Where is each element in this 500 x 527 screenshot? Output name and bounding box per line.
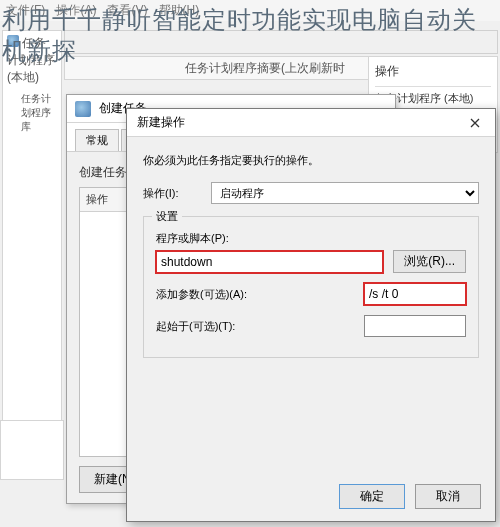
- program-label: 程序或脚本(P):: [156, 231, 466, 246]
- menu-view[interactable]: 查看(V): [107, 3, 147, 17]
- close-button[interactable]: [459, 112, 491, 134]
- shadow-panel: [0, 420, 64, 480]
- settings-legend: 设置: [152, 209, 182, 224]
- args-input[interactable]: [364, 283, 466, 305]
- close-icon: [470, 118, 480, 128]
- action-select[interactable]: 启动程序: [211, 182, 479, 204]
- settings-group: 设置 程序或脚本(P): 浏览(R)... 添加参数(可选)(A): 起始于(可…: [143, 216, 479, 358]
- nav-tree: 任务计划程序 (本地) 任务计划程序库: [2, 30, 62, 447]
- startin-input[interactable]: [364, 315, 466, 337]
- scheduler-icon: [75, 101, 91, 117]
- program-input[interactable]: [156, 251, 383, 273]
- menu-help[interactable]: 帮助(H): [159, 3, 200, 17]
- toolbar: [64, 30, 498, 54]
- menu-file[interactable]: 文件(F): [6, 3, 45, 17]
- menubar: 文件(F) 操作(A) 查看(V) 帮助(H): [0, 0, 500, 21]
- args-label: 添加参数(可选)(A):: [156, 287, 247, 302]
- actions-panel-title: 操作: [375, 63, 491, 80]
- nav-item-lib[interactable]: 任务计划程序库: [3, 90, 61, 138]
- new-action-titlebar: 新建操作: [127, 109, 495, 137]
- menu-action[interactable]: 操作(A): [56, 3, 96, 17]
- cancel-button[interactable]: 取消: [415, 484, 481, 509]
- new-action-title: 新建操作: [137, 114, 185, 131]
- action-label: 操作(I):: [143, 186, 201, 201]
- new-action-instr: 你必须为此任务指定要执行的操作。: [143, 153, 479, 168]
- new-action-dialog: 新建操作 你必须为此任务指定要执行的操作。 操作(I): 启动程序 设置 程序或…: [126, 108, 496, 522]
- tab-general[interactable]: 常规: [75, 129, 119, 151]
- ok-button[interactable]: 确定: [339, 484, 405, 509]
- browse-button[interactable]: 浏览(R)...: [393, 250, 466, 273]
- summary-label: 任务计划程序摘要(上次刷新时: [69, 60, 345, 77]
- startin-label: 起始于(可选)(T):: [156, 319, 235, 334]
